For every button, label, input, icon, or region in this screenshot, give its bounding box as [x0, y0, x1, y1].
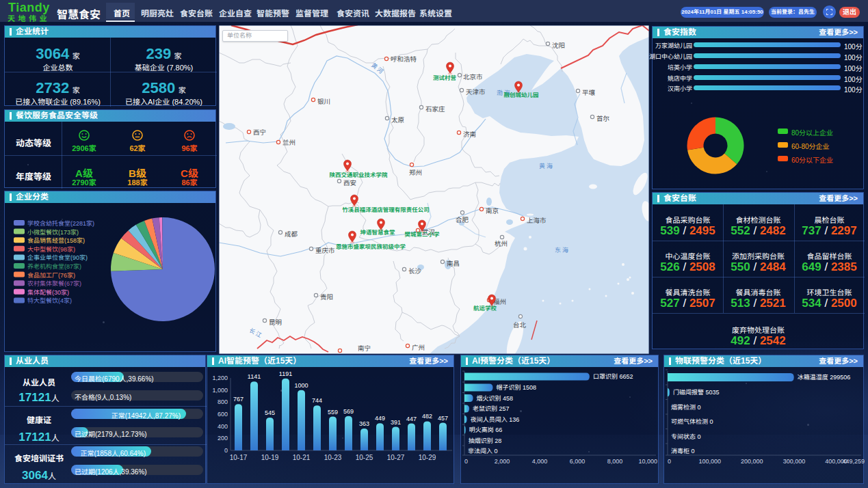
svg-text:6,000: 6,000 — [570, 458, 586, 465]
svg-text:可燃气体检测 0: 可燃气体检测 0 — [671, 418, 713, 425]
svg-text:农村集体聚餐(67家): 农村集体聚餐(67家) — [27, 280, 81, 287]
svg-text:大中型餐饮(98家): 大中型餐饮(98家) — [27, 246, 75, 253]
svg-text:学校含幼托食堂(2281家): 学校含幼托食堂(2281家) — [27, 220, 94, 227]
svg-text:广州: 广州 — [412, 344, 425, 351]
svg-text:10,000: 10,000 — [638, 458, 657, 465]
svg-text:企事业单位食堂(90家): 企事业单位食堂(90家) — [27, 254, 88, 261]
svg-text:呼和浩特: 呼和浩特 — [391, 55, 417, 63]
svg-text:10-17: 10-17 — [230, 454, 248, 461]
svg-text:台北: 台北 — [513, 321, 527, 329]
svg-text:太原: 太原 — [391, 116, 404, 124]
svg-text:测试村营: 测试村营 — [433, 74, 457, 81]
svg-text:养老机构食堂(87家): 养老机构食堂(87家) — [27, 263, 81, 270]
svg-text:10-21: 10-21 — [293, 454, 311, 461]
svg-text:8,000: 8,000 — [607, 458, 623, 465]
svg-text:消毒柜 0: 消毒柜 0 — [671, 448, 695, 455]
svg-text:10-19: 10-19 — [261, 454, 279, 461]
svg-text:东海: 东海 — [555, 247, 570, 254]
svg-text:600: 600 — [218, 411, 228, 418]
svg-text:200,000: 200,000 — [741, 458, 763, 465]
svg-text:贵阳: 贵阳 — [320, 293, 333, 301]
svg-text:长沙: 长沙 — [408, 267, 422, 275]
svg-text:航运学校: 航运学校 — [473, 305, 497, 312]
svg-text:天津市: 天津市 — [466, 88, 486, 96]
svg-text:559: 559 — [328, 409, 338, 416]
svg-text:300,000: 300,000 — [783, 458, 806, 465]
svg-text:兰州: 兰州 — [282, 139, 295, 146]
svg-text:0: 0 — [224, 447, 228, 454]
svg-text:冰箱温湿度 299506: 冰箱温湿度 299506 — [798, 374, 851, 381]
svg-text:744: 744 — [312, 397, 322, 404]
svg-text:南昌: 南昌 — [447, 260, 460, 267]
svg-text:1141: 1141 — [248, 373, 261, 380]
svg-text:10-23: 10-23 — [324, 454, 342, 461]
svg-text:集体配餐(30家): 集体配餐(30家) — [27, 289, 69, 296]
svg-text:2,000: 2,000 — [495, 458, 510, 465]
svg-text:10-25: 10-25 — [356, 454, 373, 461]
svg-text:0: 0 — [464, 458, 468, 465]
svg-text:449,259: 449,259 — [842, 458, 865, 465]
svg-text:391: 391 — [391, 419, 401, 426]
svg-text:545: 545 — [265, 409, 275, 416]
svg-text:1000: 1000 — [294, 382, 308, 389]
svg-text:上海市: 上海市 — [527, 217, 547, 224]
svg-text:合肥: 合肥 — [456, 216, 469, 223]
svg-text:竹溪县福泽酒店管理有限责任公司: 竹溪县福泽酒店管理有限责任公司 — [342, 206, 430, 213]
svg-text:西宁: 西宁 — [253, 128, 266, 136]
svg-text:447: 447 — [406, 416, 417, 422]
svg-text:食品加工厂(76家): 食品加工厂(76家) — [27, 272, 75, 279]
svg-text:陕西交通职业技术学院: 陕西交通职业技术学院 — [329, 172, 388, 178]
svg-text:10-29: 10-29 — [419, 454, 436, 461]
svg-text:夜间人员闯入 136: 夜间人员闯入 136 — [471, 416, 520, 423]
svg-text:800: 800 — [218, 398, 228, 405]
svg-text:济南: 济南 — [463, 131, 476, 138]
svg-text:特大型餐饮(4家): 特大型餐饮(4家) — [27, 297, 72, 304]
svg-text:重庆市: 重庆市 — [315, 247, 335, 254]
svg-text:400: 400 — [218, 423, 228, 430]
svg-text:首尔: 首尔 — [596, 115, 610, 122]
svg-text:482: 482 — [422, 413, 432, 420]
svg-text:老鼠识别 257: 老鼠识别 257 — [473, 405, 510, 412]
svg-text:门磁闯报警 5035: 门磁闯报警 5035 — [673, 389, 720, 396]
svg-text:平壤: 平壤 — [582, 89, 596, 96]
svg-text:杭州: 杭州 — [495, 240, 508, 247]
svg-text:昆明: 昆明 — [269, 318, 282, 326]
svg-text:烟火识别 458: 烟火识别 458 — [477, 395, 514, 402]
svg-text:南京: 南京 — [486, 207, 499, 215]
svg-text:银川: 银川 — [317, 98, 330, 105]
svg-text:北京市: 北京市 — [463, 73, 483, 81]
svg-text:200: 200 — [218, 435, 228, 442]
svg-text:100,000: 100,000 — [698, 458, 721, 465]
svg-text:1191: 1191 — [279, 370, 292, 377]
svg-text:抽烟识别 28: 抽烟识别 28 — [469, 437, 502, 444]
svg-text:口罩识别 6652: 口罩识别 6652 — [593, 373, 633, 380]
svg-text:1,000: 1,000 — [212, 387, 228, 394]
svg-text:成都: 成都 — [285, 230, 298, 238]
svg-text:4,000: 4,000 — [532, 458, 548, 465]
svg-text:南宁: 南宁 — [358, 344, 371, 352]
svg-text:坤语智慧食堂: 坤语智慧食堂 — [360, 229, 395, 236]
svg-text:457: 457 — [438, 415, 448, 422]
svg-text:1,200: 1,200 — [212, 375, 228, 381]
svg-text:449: 449 — [375, 415, 385, 422]
svg-text:融创城幼儿园: 融创城幼儿园 — [503, 92, 538, 98]
svg-text:帽子识别 1508: 帽子识别 1508 — [497, 384, 537, 391]
svg-text:569: 569 — [343, 408, 354, 415]
svg-text:食品销售经营(158家): 食品销售经营(158家) — [27, 237, 85, 244]
svg-text:小微型餐饮(173家): 小微型餐饮(173家) — [27, 229, 79, 236]
svg-text:767: 767 — [233, 396, 244, 403]
svg-text:郑州: 郑州 — [409, 169, 422, 176]
svg-text:明火离岗 66: 明火离岗 66 — [469, 426, 503, 433]
svg-text:10-27: 10-27 — [387, 454, 405, 461]
svg-text:樊城第二小学: 樊城第二小学 — [404, 231, 440, 238]
svg-text:烟雾检测 0: 烟雾检测 0 — [671, 404, 701, 411]
svg-text:沈阳: 沈阳 — [552, 42, 565, 49]
svg-text:非法闯入 0: 非法闯入 0 — [468, 448, 498, 455]
svg-text:石家庄: 石家庄 — [425, 105, 445, 113]
svg-text:黄海: 黄海 — [539, 163, 554, 170]
svg-text:专间状态 0: 专间状态 0 — [671, 433, 701, 440]
svg-text:363: 363 — [359, 420, 369, 427]
svg-text:恩施市盛家坝民族初级中学: 恩施市盛家坝民族初级中学 — [336, 243, 406, 250]
svg-text:0: 0 — [668, 458, 671, 465]
svg-text:西安: 西安 — [343, 179, 356, 187]
